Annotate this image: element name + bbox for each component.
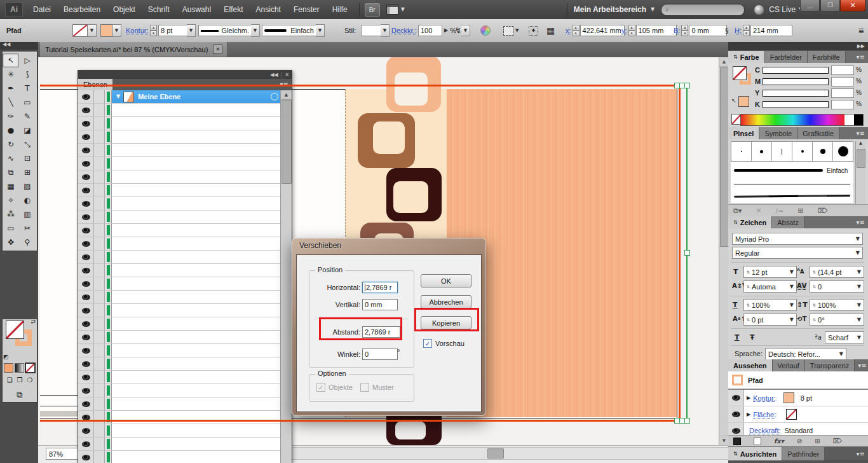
vertikal-field[interactable]: 0 mm bbox=[362, 299, 398, 310]
visibility-toggle[interactable] bbox=[78, 304, 94, 317]
layer-row-pfad[interactable] bbox=[78, 344, 292, 357]
remove-brush-stroke-icon[interactable]: ✕ bbox=[756, 207, 761, 214]
visibility-toggle[interactable] bbox=[78, 264, 94, 277]
transform-field-value[interactable]: 214 mm bbox=[750, 25, 792, 36]
lock-toggle[interactable] bbox=[94, 411, 105, 424]
menu-hilfe[interactable]: Hilfe bbox=[326, 0, 354, 19]
new-fill-icon[interactable] bbox=[754, 438, 761, 445]
lock-toggle[interactable] bbox=[94, 384, 105, 397]
brush-scrollbar[interactable]: ▲ ▼ bbox=[855, 141, 865, 211]
swap-fill-stroke-icon[interactable]: ⇄ bbox=[31, 319, 36, 325]
stil-select[interactable]: ▼ bbox=[361, 19, 390, 42]
visibility-toggle[interactable] bbox=[78, 438, 94, 450]
layer-row-pfad[interactable] bbox=[78, 237, 292, 251]
scroll-up-icon[interactable]: ▲ bbox=[281, 90, 292, 100]
visibility-toggle[interactable] bbox=[78, 291, 94, 303]
channel-slider-K[interactable] bbox=[763, 101, 829, 108]
visibility-toggle[interactable] bbox=[78, 184, 94, 197]
antialias-select[interactable]: Scharf▼ bbox=[825, 331, 864, 343]
visibility-toggle[interactable] bbox=[78, 170, 94, 183]
eye-icon[interactable] bbox=[732, 411, 740, 417]
vscale-select[interactable]: ⇅100%▼ bbox=[810, 299, 864, 311]
kontur-swatch[interactable] bbox=[783, 392, 794, 403]
last-color-icon[interactable]: ↖ bbox=[731, 98, 736, 104]
visibility-toggle[interactable] bbox=[78, 90, 94, 103]
duplicate-item-icon[interactable]: ⊞ bbox=[815, 438, 820, 445]
stroke-profile-select[interactable]: Einfach▼ bbox=[262, 19, 325, 42]
gradient-tool[interactable]: ▧ bbox=[19, 179, 36, 193]
gradient-mode-button[interactable] bbox=[15, 363, 24, 373]
delete-item-icon[interactable]: ⌦ bbox=[833, 438, 842, 445]
brush-swatch[interactable] bbox=[772, 141, 792, 162]
layer-row-pfad[interactable] bbox=[78, 397, 292, 411]
lock-toggle[interactable] bbox=[94, 184, 105, 197]
brush-swatch[interactable] bbox=[813, 141, 833, 162]
abbrechen-button[interactable]: Abbrechen bbox=[421, 295, 471, 308]
visibility-toggle[interactable] bbox=[78, 331, 94, 343]
restore-button[interactable]: ❐ bbox=[820, 0, 840, 11]
layer-row-pfad[interactable] bbox=[78, 438, 292, 451]
flaeche-none-swatch[interactable] bbox=[786, 409, 797, 420]
lock-toggle[interactable] bbox=[94, 197, 105, 210]
kontur-stepper[interactable]: ▲▼ bbox=[150, 19, 158, 42]
visibility-toggle[interactable] bbox=[78, 197, 94, 210]
font-family-select[interactable]: Myriad Pro▼ bbox=[732, 233, 863, 245]
constrain-proportions-button[interactable]: § bbox=[725, 19, 729, 42]
shape-builder-tool[interactable]: ⧉ bbox=[3, 165, 19, 179]
bridge-button[interactable]: Br bbox=[365, 3, 380, 17]
lasso-tool[interactable]: ⟆ bbox=[19, 67, 36, 81]
visibility-toggle[interactable] bbox=[78, 384, 94, 397]
visibility-toggle[interactable] bbox=[78, 117, 94, 130]
lock-toggle[interactable] bbox=[94, 211, 105, 223]
align-button[interactable]: ▼ bbox=[503, 19, 519, 42]
channel-slider-Y[interactable] bbox=[763, 90, 829, 97]
layer-row-pfad[interactable] bbox=[78, 197, 292, 211]
scroll-up-icon[interactable]: ▲ bbox=[719, 57, 729, 67]
channel-value-Y[interactable] bbox=[831, 88, 854, 98]
visibility-toggle[interactable] bbox=[78, 451, 94, 463]
new-brush-icon[interactable]: ⊞ bbox=[798, 207, 804, 214]
layer-row-pfad[interactable] bbox=[78, 331, 292, 344]
lock-toggle[interactable] bbox=[94, 130, 105, 143]
visibility-toggle[interactable] bbox=[78, 251, 94, 263]
symbol-sprayer-tool[interactable]: ⁂ bbox=[3, 207, 19, 221]
tab-verlauf[interactable]: Verlauf bbox=[773, 359, 805, 371]
paintbrush-tool[interactable]: ✑ bbox=[3, 109, 19, 123]
draw-behind-button[interactable]: ❐ bbox=[17, 377, 23, 384]
workspace-switcher[interactable]: Mein Arbeitsbereich ▼ bbox=[567, 5, 661, 14]
menu-fenster[interactable]: Fenster bbox=[287, 0, 326, 19]
cs-live-button[interactable]: CS Live ▼ bbox=[754, 4, 803, 15]
kontur-row[interactable]: ▶ Kontur: 8 pt bbox=[728, 390, 868, 406]
lock-toggle[interactable] bbox=[94, 304, 105, 317]
lock-toggle[interactable] bbox=[94, 277, 105, 290]
hscroll-thumb[interactable] bbox=[487, 448, 504, 459]
tab-ausrichten[interactable]: ⇅Ausrichten bbox=[728, 447, 782, 460]
tab-absatz[interactable]: Absatz bbox=[772, 216, 804, 228]
tab-transparenz[interactable]: Transparenz bbox=[805, 359, 855, 371]
selection-handle[interactable] bbox=[684, 418, 690, 424]
lock-toggle[interactable] bbox=[94, 357, 105, 370]
arrange-documents-button[interactable]: ▼ bbox=[386, 4, 405, 15]
document-tab[interactable]: Tutorial Speisekarten.ai* bei 87 % (CMYK… bbox=[40, 42, 228, 57]
flaeche-row[interactable]: ▶ Fläche: bbox=[728, 406, 868, 423]
visibility-toggle[interactable] bbox=[78, 211, 94, 223]
tab-symbole[interactable]: Symbole bbox=[759, 127, 797, 139]
pencil-tool[interactable]: ✎ bbox=[19, 109, 36, 123]
selection-handle[interactable] bbox=[684, 83, 690, 88]
select-similar-button[interactable]: ↯▼ bbox=[455, 19, 470, 42]
visibility-toggle[interactable] bbox=[78, 157, 94, 170]
new-stroke-icon[interactable] bbox=[733, 438, 741, 445]
layer-row-pfad[interactable] bbox=[78, 357, 292, 371]
distribute-button[interactable]: ✚ bbox=[529, 19, 538, 42]
transform-field-x[interactable]: x:▲▼422,641 mm bbox=[566, 19, 625, 42]
tab-pathfinder[interactable]: Pathfinder bbox=[782, 447, 825, 460]
menu-objekt[interactable]: Objekt bbox=[107, 0, 142, 19]
eraser-tool[interactable]: ◪ bbox=[19, 123, 36, 137]
transform-field-value[interactable]: 422,641 mm bbox=[580, 25, 625, 36]
transform-field-y[interactable]: y:▲▼105 mm bbox=[621, 19, 677, 42]
tab-zeichen[interactable]: ⇅Zeichen bbox=[728, 216, 772, 228]
rectangle-tool[interactable]: ▭ bbox=[19, 95, 36, 109]
layer-row-pfad[interactable] bbox=[78, 264, 292, 277]
lock-toggle[interactable] bbox=[94, 224, 105, 237]
deckkraft-link[interactable]: Deckkraft: bbox=[749, 427, 781, 434]
